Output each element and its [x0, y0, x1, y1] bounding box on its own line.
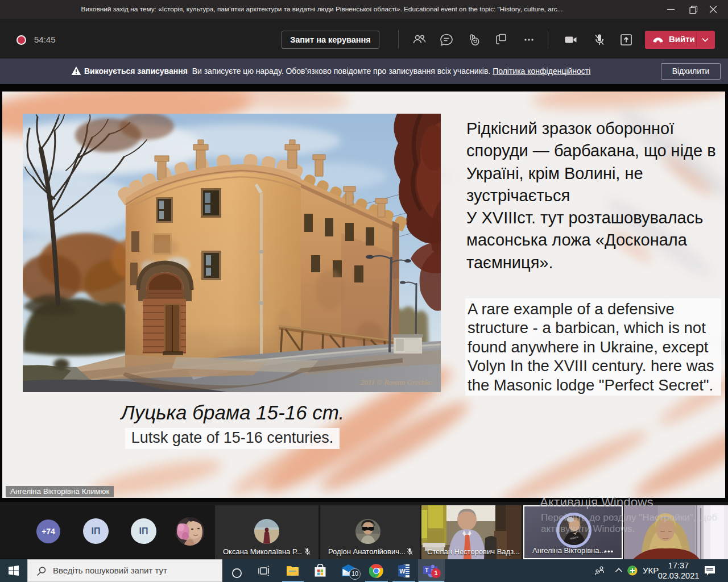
- svg-text:2011 © Roman Grechko: 2011 © Roman Grechko: [361, 378, 432, 386]
- svg-text:W: W: [399, 568, 406, 575]
- svg-text:T: T: [425, 567, 428, 573]
